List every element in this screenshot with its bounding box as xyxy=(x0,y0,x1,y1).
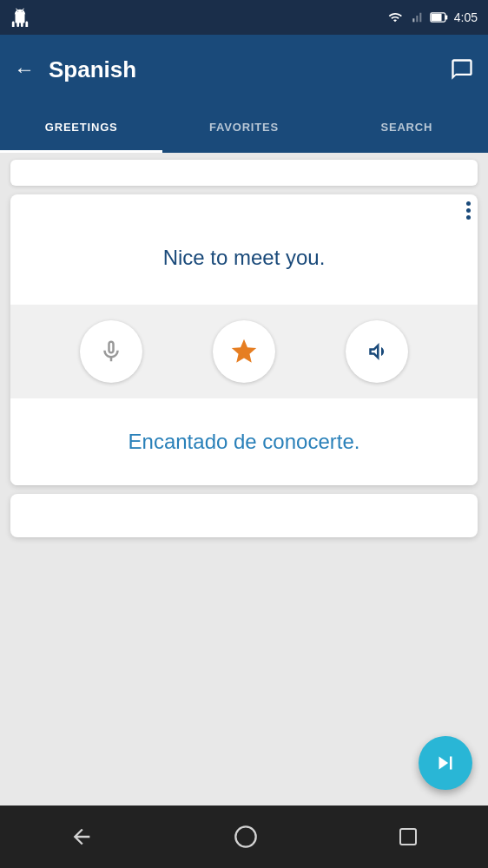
play-icon xyxy=(432,750,458,776)
tab-search[interactable]: SEARCH xyxy=(326,104,488,153)
content-area: Nice to meet you. Encantado de conocerte… xyxy=(0,153,488,544)
partial-bottom-card xyxy=(10,494,478,537)
wifi-icon xyxy=(386,10,404,24)
star-icon xyxy=(229,337,259,366)
app-bar: ← Spanish xyxy=(0,35,488,104)
status-bar: 4:05 xyxy=(0,0,488,35)
mic-icon xyxy=(98,339,124,365)
nav-back-button[interactable] xyxy=(69,825,94,849)
svg-rect-1 xyxy=(445,15,448,19)
battery-icon xyxy=(430,11,449,23)
english-phrase: Nice to meet you. xyxy=(10,220,478,305)
svg-point-3 xyxy=(235,826,255,846)
svg-rect-4 xyxy=(400,829,416,845)
dot1 xyxy=(466,201,471,206)
card-menu-row xyxy=(10,194,478,220)
play-all-fab[interactable] xyxy=(419,736,472,790)
home-circle-icon xyxy=(234,825,258,849)
chat-icon[interactable] xyxy=(450,57,474,82)
tab-favorites[interactable]: FAVORITES xyxy=(162,104,325,153)
tabs-bar: GREETINGS FAVORITES SEARCH xyxy=(0,104,488,153)
back-button[interactable]: ← xyxy=(14,57,35,82)
recent-square-icon xyxy=(398,826,419,847)
dot2 xyxy=(466,208,471,213)
speaker-button[interactable] xyxy=(346,320,408,383)
partial-top-card xyxy=(10,160,478,186)
app-bar-left: ← Spanish xyxy=(14,56,136,83)
three-dots-menu[interactable] xyxy=(466,201,471,220)
favorite-button[interactable] xyxy=(213,320,275,383)
translation-card: Nice to meet you. Encantado de conocerte… xyxy=(10,194,478,485)
back-nav-icon xyxy=(69,825,94,849)
time-display: 4:05 xyxy=(454,10,478,24)
dot3 xyxy=(466,215,471,220)
icons-row xyxy=(10,305,478,398)
nav-home-button[interactable] xyxy=(234,825,258,849)
nav-bar xyxy=(0,806,488,868)
status-bar-right: 4:05 xyxy=(386,10,478,24)
tab-greetings[interactable]: GREETINGS xyxy=(0,104,162,153)
app-title: Spanish xyxy=(49,56,136,83)
status-bar-left xyxy=(10,8,30,27)
nav-recent-button[interactable] xyxy=(398,826,419,847)
android-icon xyxy=(10,8,30,27)
spanish-phrase: Encantado de conocerte. xyxy=(10,398,478,485)
mic-button[interactable] xyxy=(80,320,142,383)
svg-rect-2 xyxy=(431,14,441,21)
speaker-icon xyxy=(364,339,390,365)
signal-icon xyxy=(409,10,425,24)
message-icon xyxy=(450,57,474,82)
